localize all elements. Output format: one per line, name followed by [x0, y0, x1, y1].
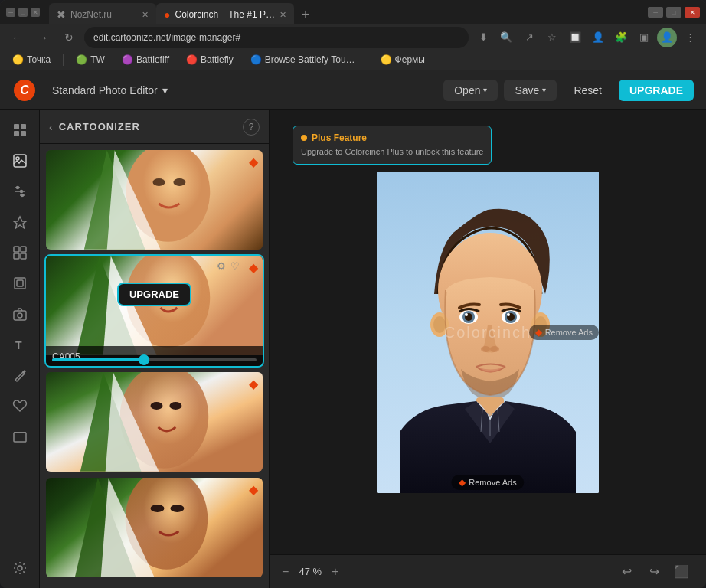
profile-avatar[interactable]: 👤: [657, 28, 677, 47]
win-minimize[interactable]: ─: [648, 7, 663, 18]
share-icon[interactable]: ↗: [519, 28, 539, 47]
draw-tool-button[interactable]: [6, 361, 34, 389]
win-close[interactable]: ✕: [685, 7, 700, 18]
forward-button[interactable]: →: [32, 27, 54, 48]
layers-icon: ⬛: [674, 564, 689, 579]
remove-ads-text-right: Remove Ads: [545, 328, 593, 337]
bookmark-tochka[interactable]: 🟡 Точка: [6, 53, 57, 67]
svg-rect-15: [21, 253, 26, 259]
zoom-controls: − 47 % +: [282, 565, 339, 579]
main-area: T ‹ CARTOONIZER: [0, 110, 706, 588]
filter-art-ca001: [46, 150, 263, 250]
svg-point-19: [18, 313, 22, 318]
filter-svg-ca009: [46, 372, 263, 472]
zoom-level: 47 %: [295, 566, 325, 577]
extension-icon[interactable]: 🔲: [565, 28, 585, 47]
filter-item-ca005[interactable]: UPGRADE ◆ ⚙ ♡ CA005: [46, 256, 263, 366]
canvas-footer: − 47 % + ↩ ↪ ⬛: [270, 554, 706, 588]
upgrade-header-button[interactable]: UPGRADE: [619, 80, 694, 101]
remove-ads-bottom[interactable]: ◆ Remove Ads: [451, 475, 524, 490]
bookmark-battlefly[interactable]: 🔴 Battlefly: [180, 53, 240, 67]
help-label: ?: [249, 122, 254, 132]
open-button[interactable]: Open ▾: [443, 80, 498, 101]
panel-back-button[interactable]: ‹: [49, 121, 53, 133]
bookmark-tw[interactable]: 🟢 TW: [70, 53, 111, 67]
reset-label: Reset: [574, 84, 602, 96]
svg-point-25: [153, 178, 165, 186]
overlay-tool-button[interactable]: [6, 423, 34, 450]
zoom-out-button[interactable]: −: [282, 565, 289, 579]
heart-icon[interactable]: ♡: [230, 260, 240, 272]
bookmark-battlefiff[interactable]: 🟣 Battlefiff: [116, 53, 175, 67]
svg-point-41: [465, 313, 468, 316]
editor-selector[interactable]: Standard Photo Editor ▾: [46, 81, 174, 100]
svg-rect-12: [14, 247, 19, 252]
redo-button[interactable]: ↪: [642, 560, 666, 584]
adjust-tool-button[interactable]: [6, 178, 34, 205]
noznet-tab-close[interactable]: ✕: [142, 10, 149, 20]
panel-title: CARTOONIZER: [59, 121, 237, 132]
bookmark-icon[interactable]: ☆: [542, 28, 562, 47]
svg-rect-17: [17, 280, 23, 286]
gallery-tool-button[interactable]: [6, 116, 34, 144]
undo-button[interactable]: ↩: [614, 560, 639, 584]
tab-noznet[interactable]: ✖ NozNet.ru ✕: [49, 3, 156, 26]
settings-tool-button[interactable]: [6, 554, 34, 582]
favorite-tool-button[interactable]: [6, 392, 34, 420]
premium-badge-ca009: ◆: [249, 377, 258, 391]
battlefiff-label: Battlefiff: [136, 54, 169, 65]
slider-thumb[interactable]: [139, 354, 149, 365]
battlefy-favicon: 🔵: [250, 54, 262, 65]
frame-tool-button[interactable]: [6, 270, 34, 297]
filter-item-ca009[interactable]: ◆: [46, 372, 263, 472]
layers-button[interactable]: ⬛: [669, 560, 694, 584]
logo-icon: C: [14, 80, 35, 101]
text-tool-button[interactable]: T: [6, 331, 34, 358]
svg-rect-1: [21, 124, 26, 129]
sidebar-icon[interactable]: ▣: [634, 28, 654, 47]
tab-colorcinch[interactable]: ● Colorcinch – The #1 Photo Edito… ✕: [156, 3, 294, 26]
camera-tool-button[interactable]: [6, 300, 34, 328]
grid-tool-button[interactable]: [6, 239, 34, 266]
window-controls: ─ □ ✕: [6, 8, 40, 17]
open-chevron-icon: ▾: [483, 86, 487, 94]
title-bar: ─ □ ✕ ✖ NozNet.ru ✕ ● Colorcinch – The #…: [0, 0, 706, 24]
upgrade-label: UPGRADE: [629, 84, 683, 96]
battlefly-label: Battlefly: [201, 54, 234, 65]
svg-rect-13: [21, 247, 26, 252]
bookmark-separator-2: [368, 54, 368, 66]
close-button[interactable]: ✕: [31, 8, 40, 17]
zoom-in-button[interactable]: +: [332, 565, 338, 579]
image-tool-button[interactable]: [6, 147, 34, 175]
menu-icon[interactable]: ⋮: [680, 28, 700, 47]
filter-item-ca001[interactable]: ◆: [46, 150, 263, 250]
refresh-button[interactable]: ↻: [58, 27, 80, 48]
bookmark-fermy[interactable]: 🟡 Фермы: [374, 53, 431, 67]
panel-help-button[interactable]: ?: [243, 119, 260, 136]
upgrade-card[interactable]: UPGRADE: [117, 283, 191, 306]
zoom-icon[interactable]: 🔍: [496, 28, 516, 47]
effects-tool-button[interactable]: [6, 208, 34, 236]
new-tab-button[interactable]: +: [294, 3, 317, 26]
colorcinch-favicon: ●: [164, 8, 170, 21]
editor-name: Standard Photo Editor: [52, 84, 158, 96]
colorcinch-tab-close[interactable]: ✕: [279, 10, 286, 20]
footer-actions: ↩ ↪ ⬛: [614, 560, 694, 584]
back-button[interactable]: ←: [6, 27, 28, 48]
maximize-button[interactable]: □: [18, 8, 28, 17]
slider-track[interactable]: [52, 358, 257, 361]
plus-description: Upgrade to Colorcinch Plus to unlock thi…: [301, 146, 483, 158]
svg-rect-16: [15, 278, 25, 289]
reset-button[interactable]: Reset: [563, 80, 613, 101]
win-restore[interactable]: □: [666, 7, 681, 18]
download-icon[interactable]: ⬇: [473, 28, 493, 47]
address-input[interactable]: [84, 27, 469, 48]
save-button[interactable]: Save ▾: [504, 80, 557, 101]
svg-point-9: [20, 191, 22, 193]
remove-ads-right[interactable]: ◆ Remove Ads: [529, 325, 599, 340]
puzzle-icon[interactable]: 🧩: [611, 28, 631, 47]
filter-item-ca013[interactable]: ◆: [46, 478, 263, 577]
minimize-button[interactable]: ─: [6, 8, 15, 17]
profile-icon[interactable]: 👤: [588, 28, 608, 47]
bookmark-battlefy-tour[interactable]: 🔵 Browse Battlefy Tou…: [244, 53, 361, 67]
